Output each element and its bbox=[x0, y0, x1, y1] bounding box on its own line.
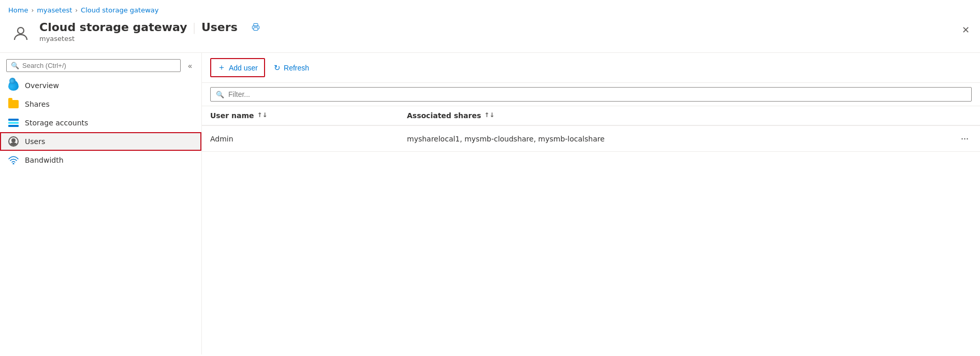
sidebar: 🔍 « Overview Shares bbox=[0, 53, 202, 354]
sidebar-label-overview: Overview bbox=[25, 81, 59, 90]
sidebar-search-container[interactable]: 🔍 bbox=[6, 59, 181, 72]
breadcrumb-resource[interactable]: myasetest bbox=[37, 6, 72, 14]
sidebar-label-storage: Storage accounts bbox=[25, 119, 88, 127]
page-header: Cloud storage gateway | Users myasetest … bbox=[0, 18, 980, 53]
cell-shares: mysharelocal1, mysmb-cloudshare, mysmb-l… bbox=[407, 135, 951, 143]
storage-icon bbox=[8, 118, 19, 128]
sidebar-item-overview[interactable]: Overview bbox=[0, 76, 201, 95]
shares-sort-icon[interactable]: ↑↓ bbox=[484, 113, 494, 118]
cloud-icon bbox=[8, 80, 19, 91]
cell-actions: ··· bbox=[951, 132, 972, 145]
data-table: User name ↑↓ Associated shares ↑↓ Admin … bbox=[202, 106, 980, 354]
filter-bar: 🔍 bbox=[202, 83, 980, 106]
page-header-icon bbox=[8, 21, 33, 46]
refresh-button[interactable]: ↻ Refresh bbox=[267, 60, 316, 76]
sidebar-label-users: Users bbox=[25, 137, 45, 146]
print-icon bbox=[252, 23, 260, 31]
row-more-button[interactable]: ··· bbox=[958, 132, 972, 145]
svg-point-3 bbox=[13, 163, 14, 164]
toolbar: ＋ Add user ↻ Refresh bbox=[202, 53, 980, 83]
add-icon: ＋ bbox=[217, 62, 226, 73]
cell-username: Admin bbox=[210, 135, 407, 143]
refresh-icon: ↻ bbox=[274, 63, 281, 73]
sidebar-item-storage-accounts[interactable]: Storage accounts bbox=[0, 113, 201, 132]
username-value: Admin bbox=[210, 135, 233, 143]
main-layout: 🔍 « Overview Shares bbox=[0, 53, 980, 354]
sidebar-search-icon: 🔍 bbox=[11, 62, 19, 69]
sidebar-item-shares[interactable]: Shares bbox=[0, 95, 201, 113]
page-title-section: Users bbox=[201, 21, 238, 34]
page-subtitle: myasetest bbox=[39, 35, 972, 42]
wifi-icon bbox=[8, 155, 19, 165]
folder-icon bbox=[8, 99, 19, 109]
sidebar-label-shares: Shares bbox=[25, 100, 50, 108]
sidebar-item-bandwidth[interactable]: Bandwidth bbox=[0, 151, 201, 169]
breadcrumb-sep-2: › bbox=[75, 7, 78, 14]
print-button[interactable] bbox=[247, 20, 265, 34]
add-user-button[interactable]: ＋ Add user bbox=[210, 58, 265, 77]
user-icon bbox=[8, 136, 19, 147]
page-title: Cloud storage gateway | Users bbox=[39, 20, 972, 34]
collapse-button[interactable]: « bbox=[185, 60, 195, 72]
col-header-username: User name ↑↓ bbox=[210, 111, 407, 120]
filter-input[interactable] bbox=[228, 90, 966, 98]
svg-point-0 bbox=[18, 27, 24, 34]
shares-value: mysharelocal1, mysmb-cloudshare, mysmb-l… bbox=[407, 135, 605, 143]
breadcrumb-current[interactable]: Cloud storage gateway bbox=[81, 6, 158, 14]
refresh-label: Refresh bbox=[284, 64, 309, 72]
filter-input-wrapper[interactable]: 🔍 bbox=[210, 87, 972, 102]
title-separator: | bbox=[192, 21, 196, 34]
add-user-label: Add user bbox=[229, 64, 258, 72]
table-header: User name ↑↓ Associated shares ↑↓ bbox=[202, 106, 980, 126]
filter-search-icon: 🔍 bbox=[216, 91, 224, 98]
svg-rect-2 bbox=[254, 27, 258, 30]
col-header-shares: Associated shares ↑↓ bbox=[407, 111, 972, 120]
page-header-content: Cloud storage gateway | Users myasetest bbox=[39, 20, 972, 42]
breadcrumb-home[interactable]: Home bbox=[8, 6, 28, 14]
sidebar-item-users[interactable]: Users bbox=[0, 132, 201, 151]
close-button[interactable]: ✕ bbox=[960, 22, 972, 38]
username-sort-icon[interactable]: ↑↓ bbox=[257, 113, 267, 118]
page-title-resource: Cloud storage gateway bbox=[39, 21, 187, 34]
search-input[interactable] bbox=[22, 62, 176, 69]
sidebar-label-bandwidth: Bandwidth bbox=[25, 156, 64, 164]
breadcrumb: Home › myasetest › Cloud storage gateway bbox=[0, 0, 980, 18]
sidebar-search-bar: 🔍 « bbox=[0, 57, 201, 76]
breadcrumb-sep-1: › bbox=[31, 7, 34, 14]
main-content: ＋ Add user ↻ Refresh 🔍 User name ↑↓ bbox=[202, 53, 980, 354]
table-row[interactable]: Admin mysharelocal1, mysmb-cloudshare, m… bbox=[202, 126, 980, 152]
user-avatar-icon bbox=[11, 24, 30, 43]
